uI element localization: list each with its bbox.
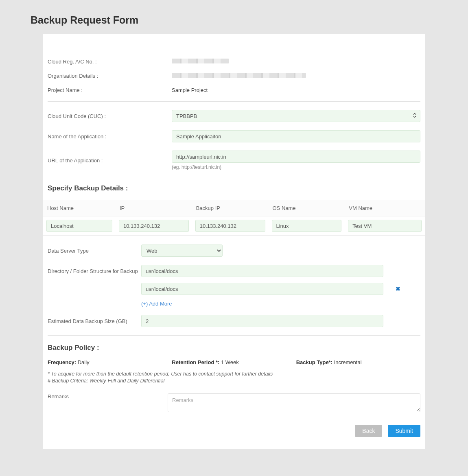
host-input[interactable] <box>46 220 112 232</box>
url-hint: (eg. http://testurl.nic.in) <box>172 164 420 170</box>
label-app-name: Name of the Application : <box>48 133 172 140</box>
label-server-type: Data Server Type <box>48 248 141 254</box>
note-criteria: # Backup Criteria: Weekly-Full and Daily… <box>48 378 420 384</box>
vm-input[interactable] <box>348 220 422 232</box>
divider <box>48 176 420 176</box>
value-org-details <box>172 73 420 79</box>
policy-frequency: Frequency: Daily <box>48 359 172 365</box>
th-os: OS Name <box>269 200 345 216</box>
back-button[interactable]: Back <box>355 425 382 437</box>
value-project-name: Sample Project <box>172 87 420 93</box>
label-est-size: Estimated Data Backup Size (GB) <box>48 318 141 324</box>
th-backup-ip: Backup IP <box>192 200 269 216</box>
page-title: Backup Request Form <box>0 0 468 34</box>
add-more-link[interactable]: (+) Add More <box>141 301 172 307</box>
divider <box>48 335 420 336</box>
label-app-url: URL of the Application : <box>48 157 172 164</box>
label-cloud-reg: Cloud Reg. A/C No. : <box>48 59 172 65</box>
th-vm: VM Name <box>345 200 425 216</box>
note-retention: * To acquire for more than the default r… <box>48 371 420 377</box>
label-remarks: Remarks <box>48 393 168 400</box>
os-input[interactable] <box>272 220 342 232</box>
submit-button[interactable]: Submit <box>388 425 420 437</box>
cuc-select[interactable] <box>172 110 420 122</box>
server-type-select[interactable]: Web <box>141 245 223 257</box>
label-dir-structure: Directory / Folder Structure for Backup <box>48 268 141 274</box>
backup-ip-input[interactable] <box>195 220 265 232</box>
label-project-name: Project Name : <box>48 87 172 93</box>
dir-input-2[interactable] <box>141 283 383 295</box>
remove-icon[interactable]: ✖ <box>396 286 400 292</box>
backup-details-table: Host Name IP Backup IP OS Name VM Name <box>43 200 425 236</box>
label-org-details: Organisation Details : <box>48 73 172 79</box>
section-backup-details: Specify Backup Details : <box>48 184 420 192</box>
label-cuc: Cloud Unit Code (CUC) : <box>48 113 172 119</box>
app-url-input[interactable] <box>172 151 420 163</box>
app-name-input[interactable] <box>172 130 420 142</box>
form-card: Cloud Reg. A/C No. : Organisation Detail… <box>43 34 425 449</box>
th-ip: IP <box>116 200 192 216</box>
policy-retention: Retention Period *: 1 Week <box>172 359 296 365</box>
remarks-textarea[interactable] <box>168 393 420 412</box>
divider <box>48 101 420 102</box>
ip-input[interactable] <box>119 220 189 232</box>
est-size-input[interactable] <box>141 315 383 327</box>
dir-input-1[interactable] <box>141 265 383 277</box>
th-host: Host Name <box>43 200 116 216</box>
value-cloud-reg <box>172 59 420 65</box>
section-backup-policy: Backup Policy : <box>48 344 420 352</box>
table-row <box>43 216 425 236</box>
policy-backup-type: Backup Type*: Incremental <box>296 359 420 365</box>
